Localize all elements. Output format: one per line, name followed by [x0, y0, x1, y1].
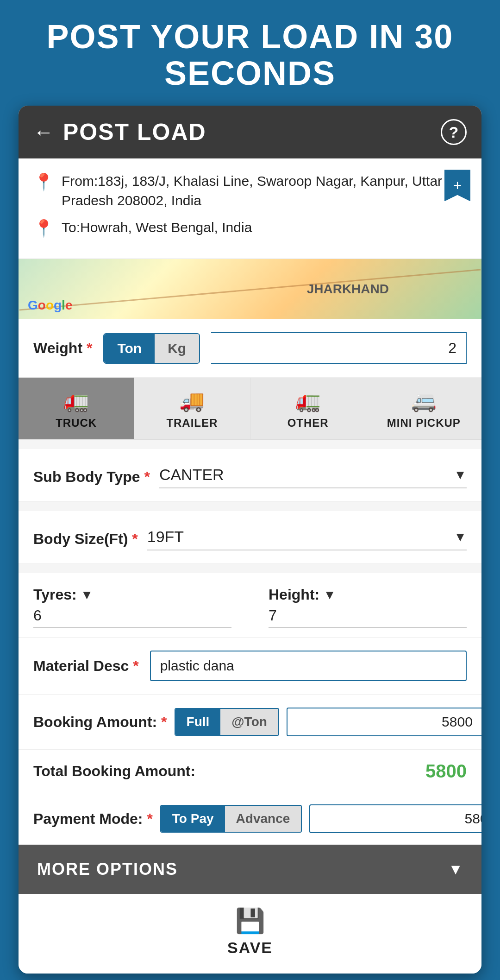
back-button[interactable]: ←: [33, 120, 54, 144]
tyres-value: 6: [33, 607, 42, 624]
body-size-arrow-icon: ▼: [454, 530, 467, 544]
payment-mode-toggle[interactable]: To Pay Advance: [160, 805, 302, 833]
booking-amount-input[interactable]: [287, 708, 481, 736]
from-location-row: 📍 From:183j, 183/J, Khalasi Line, Swaroo…: [33, 171, 467, 210]
material-desc-row: Material Desc *: [19, 638, 481, 695]
total-booking-value: 5800: [425, 761, 467, 782]
height-dropdown[interactable]: 7: [269, 607, 467, 628]
booking-toggle[interactable]: Full @Ton: [175, 708, 279, 736]
truck-label: TRUCK: [56, 417, 97, 430]
total-booking-label: Total Booking Amount:: [33, 763, 425, 780]
height-value: 7: [269, 607, 277, 624]
vehicle-tab-other[interactable]: 🚛 OTHER: [250, 378, 366, 439]
full-button[interactable]: Full: [175, 709, 221, 735]
map-region-label: JHARKHAND: [307, 282, 389, 297]
form-section: Weight * Ton Kg 🚛 TRUCK 🚚 TRAILER 🚛 OTHE…: [19, 319, 481, 845]
topay-button[interactable]: To Pay: [161, 806, 225, 832]
to-location-row: 📍 To:Howrah, West Bengal, India: [33, 218, 467, 238]
page-title: POST LOAD: [63, 119, 206, 145]
body-size-dropdown[interactable]: 19FT ▼: [147, 528, 467, 550]
body-size-value: 19FT: [147, 528, 184, 546]
from-pin-icon: 📍: [33, 172, 54, 192]
truck-icon: 🚛: [63, 389, 89, 413]
body-size-row: Body Size(Ft) * 19FT ▼: [19, 511, 481, 564]
material-desc-label: Material Desc *: [33, 658, 139, 675]
height-label: Height:: [269, 586, 319, 603]
payment-mode-row: Payment Mode: * To Pay Advance: [19, 793, 481, 845]
tyres-label-row: Tyres: ▼: [33, 586, 231, 603]
tyres-label: Tyres:: [33, 586, 77, 603]
map-road: [19, 269, 481, 311]
vehicle-tabs: 🚛 TRUCK 🚚 TRAILER 🚛 OTHER 🚐 MINI PICKUP: [19, 378, 481, 440]
map-section: JHARKHAND Google: [19, 259, 481, 319]
tyres-dropdown[interactable]: 6: [33, 607, 231, 628]
to-pin-icon: 📍: [33, 219, 54, 238]
location-section: 📍 From:183j, 183/J, Khalasi Line, Swaroo…: [19, 158, 481, 259]
height-section: Height: ▼ 7: [269, 586, 467, 628]
save-section: 💾 SAVE: [19, 894, 481, 974]
kg-button[interactable]: Kg: [155, 334, 199, 363]
booking-amount-row: Booking Amount: * Full @Ton: [19, 695, 481, 750]
trailer-icon: 🚚: [179, 389, 205, 413]
other-label: OTHER: [288, 417, 329, 430]
material-desc-input[interactable]: [150, 651, 467, 681]
save-icon: 💾: [235, 907, 265, 935]
payment-mode-label: Payment Mode: *: [33, 810, 153, 828]
trailer-label: TRAILER: [166, 417, 218, 430]
more-options-bar[interactable]: MORE OPTIONS ▼: [19, 845, 481, 894]
vehicle-tab-truck[interactable]: 🚛 TRUCK: [19, 378, 134, 439]
from-location-text: From:183j, 183/J, Khalasi Line, Swaroop …: [62, 171, 467, 210]
total-booking-row: Total Booking Amount: 5800: [19, 750, 481, 793]
sub-body-type-value: CANTER: [159, 466, 224, 484]
payment-mode-input[interactable]: [309, 804, 481, 833]
other-icon: 🚛: [295, 389, 321, 413]
weight-label: Weight *: [33, 340, 92, 357]
sub-body-type-row: Sub Body Type * CANTER ▼: [19, 449, 481, 502]
tyres-height-row: Tyres: ▼ 6 Height: ▼ 7: [19, 573, 481, 638]
help-button[interactable]: ?: [441, 119, 467, 145]
weight-input[interactable]: [211, 332, 467, 364]
vehicle-tab-mini-pickup[interactable]: 🚐 MINI PICKUP: [366, 378, 481, 439]
post-load-header: ← POST LOAD ?: [19, 106, 481, 158]
vehicle-tab-trailer[interactable]: 🚚 TRAILER: [134, 378, 250, 439]
sub-body-type-label: Sub Body Type *: [33, 468, 150, 486]
save-button[interactable]: SAVE: [227, 939, 273, 957]
aton-button[interactable]: @Ton: [220, 709, 278, 735]
sub-body-type-dropdown[interactable]: CANTER ▼: [159, 466, 467, 488]
more-options-label: MORE OPTIONS: [37, 860, 178, 879]
weight-row: Weight * Ton Kg: [19, 319, 481, 378]
booking-amount-label: Booking Amount: *: [33, 714, 167, 731]
banner-title: POST YOUR LOAD IN 30 SECONDS: [14, 19, 486, 92]
more-options-chevron-icon: ▼: [448, 861, 463, 878]
tyres-section: Tyres: ▼ 6: [33, 586, 231, 628]
bookmark-plus-icon: +: [453, 177, 462, 194]
tyres-arrow-icon: ▼: [81, 588, 94, 602]
body-size-label: Body Size(Ft) *: [33, 531, 138, 548]
to-location-text: To:Howrah, West Bengal, India: [62, 218, 252, 237]
advance-button[interactable]: Advance: [225, 806, 301, 832]
header-left: ← POST LOAD: [33, 119, 206, 145]
mini-pickup-label: MINI PICKUP: [387, 417, 461, 430]
phone-shell: ← POST LOAD ? 📍 From:183j, 183/J, Khalas…: [19, 106, 481, 974]
ton-button[interactable]: Ton: [104, 334, 155, 363]
top-banner: POST YOUR LOAD IN 30 SECONDS: [0, 0, 500, 106]
sub-body-type-arrow-icon: ▼: [454, 468, 467, 482]
google-logo: Google: [28, 298, 72, 313]
unit-toggle[interactable]: Ton Kg: [103, 333, 200, 364]
mini-pickup-icon: 🚐: [411, 389, 437, 413]
height-arrow-icon: ▼: [323, 588, 336, 602]
height-label-row: Height: ▼: [269, 586, 467, 603]
